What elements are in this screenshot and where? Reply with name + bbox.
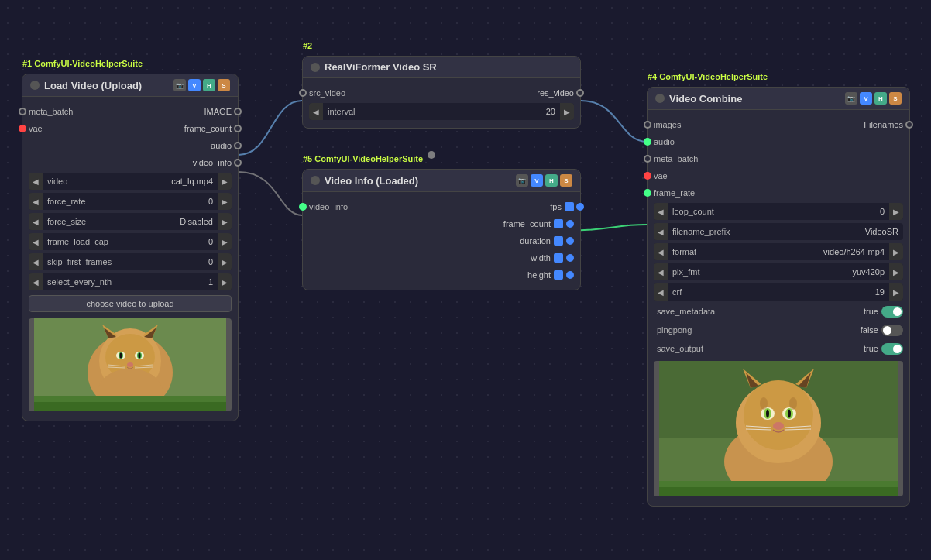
- node2-header: RealViFormer Video SR: [303, 57, 580, 78]
- node1-flc-label: frame_load_cap: [43, 237, 208, 246]
- node1-forcesize-left-btn[interactable]: ◀: [29, 213, 43, 230]
- node1-video-right-btn[interactable]: ▶: [218, 173, 232, 190]
- node4-pf-val: yuv420p: [852, 267, 889, 277]
- node2-body: src_video res_video ◀ interval 20 ▶: [303, 78, 580, 128]
- node1-forcerate-right-btn[interactable]: ▶: [218, 193, 232, 210]
- node1-videoinfo-port[interactable]: [234, 159, 242, 167]
- node4-pf-right-btn[interactable]: ▶: [889, 263, 903, 280]
- node1-framecount-port[interactable]: [234, 125, 242, 132]
- node1-sn-left-btn[interactable]: ◀: [29, 273, 43, 290]
- node1-sn-right-btn[interactable]: ▶: [218, 273, 232, 290]
- node2-resvideo-label: res_video: [537, 88, 574, 98]
- node4-filenameprefix-stepper[interactable]: ◀ filename_prefix VideoSR: [654, 223, 903, 240]
- node1-icon-camera[interactable]: 📷: [173, 79, 186, 91]
- node4-pingpong-toggle[interactable]: [881, 325, 903, 336]
- node1-forcesize-stepper-row: ◀ force_size Disabled ▶: [22, 211, 238, 232]
- node3-duration-port[interactable]: [566, 237, 574, 245]
- node1-audio-label: audio: [211, 141, 232, 150]
- node4-metabatch-row: meta_batch: [648, 150, 909, 167]
- node1-meta-batch-port[interactable]: [19, 108, 26, 115]
- node1-icon-v[interactable]: V: [188, 79, 201, 91]
- node4-savemetadata-toggle[interactable]: [881, 306, 903, 318]
- node1-flc-right-btn[interactable]: ▶: [218, 233, 232, 250]
- node4-loopcount-stepper[interactable]: ◀ loop_count 0 ▶: [654, 203, 903, 220]
- node4-crf-stepper[interactable]: ◀ crf 19 ▶: [654, 283, 903, 301]
- node4-metabatch-port[interactable]: [644, 155, 651, 163]
- node4-crf-left-btn[interactable]: ◀: [654, 283, 668, 301]
- node4-saveoutput-toggle-row: save_output true: [648, 339, 909, 358]
- node4-icon-camera[interactable]: 📷: [845, 92, 857, 105]
- node4-pf-left-btn[interactable]: ◀: [654, 263, 668, 280]
- node4-audio-port[interactable]: [644, 138, 651, 146]
- node1-image-label: IMAGE: [204, 107, 232, 116]
- node1-audio-row: audio: [22, 137, 238, 154]
- node3-height-port[interactable]: [566, 271, 574, 279]
- node4-pingpong-label: pingpong: [654, 325, 861, 335]
- node3-icon-h[interactable]: H: [545, 174, 558, 187]
- node1-icon-s[interactable]: S: [218, 79, 230, 91]
- node4-pixfmt-stepper[interactable]: ◀ pix_fmt yuv420p ▶: [654, 263, 903, 280]
- node4-framerate-row: frame_rate: [648, 184, 909, 201]
- node3-framecount-port[interactable]: [566, 220, 574, 228]
- node4-lc-right-btn[interactable]: ▶: [889, 203, 903, 220]
- node3-icon-v[interactable]: V: [531, 174, 543, 187]
- node1-icon-h[interactable]: H: [203, 79, 215, 91]
- node4-fmt-left-btn[interactable]: ◀: [654, 243, 668, 260]
- node4-icon-s[interactable]: S: [889, 92, 902, 105]
- node1-selectnth-stepper[interactable]: ◀ select_every_nth 1 ▶: [29, 273, 232, 290]
- node1-forcerate-left-btn[interactable]: ◀: [29, 193, 43, 210]
- node3-icon-camera[interactable]: 📷: [516, 174, 528, 187]
- node4-framerate-port[interactable]: [644, 189, 651, 197]
- node3-framecount-indicator: [554, 219, 563, 228]
- node4-icon-v[interactable]: V: [860, 92, 872, 105]
- node3-fps-label: fps: [550, 202, 562, 211]
- node2-interval-left-btn[interactable]: ◀: [309, 103, 323, 120]
- node2-interval-stepper[interactable]: ◀ interval 20 ▶: [309, 103, 574, 120]
- node4-loopcount-stepper-row: ◀ loop_count 0 ▶: [648, 201, 909, 222]
- node4-lc-left-btn[interactable]: ◀: [654, 203, 668, 220]
- node4-saveoutput-toggle[interactable]: [881, 343, 903, 355]
- node4-crf-right-btn[interactable]: ▶: [889, 283, 903, 301]
- node4-section-label: #4 ComfyUI-VideoHelperSuite: [648, 72, 768, 81]
- node2-srcvideo-label: src_video: [309, 88, 537, 98]
- node4-fp-left-btn[interactable]: ◀: [654, 223, 668, 240]
- node2-title: RealViFormer Video SR: [325, 61, 572, 73]
- node3-width-port[interactable]: [566, 254, 574, 262]
- node2-interval-right-btn[interactable]: ▶: [560, 103, 574, 120]
- node1-forcesize-right-btn[interactable]: ▶: [218, 213, 232, 230]
- node1-vae-port[interactable]: [19, 125, 26, 132]
- node2-srcvideo-port[interactable]: [299, 89, 307, 97]
- node3-videoinfo-label: video_info: [309, 202, 550, 211]
- node4-vae-port[interactable]: [644, 172, 651, 180]
- node3-icon-s[interactable]: S: [560, 174, 572, 187]
- node1-flc-left-btn[interactable]: ◀: [29, 233, 43, 250]
- node2-resvideo-port[interactable]: [576, 89, 584, 97]
- node4-format-stepper[interactable]: ◀ format video/h264-mp4 ▶: [654, 243, 903, 260]
- node1-sf-label: skip_first_frames: [43, 257, 208, 266]
- node1-frameloadcap-stepper[interactable]: ◀ frame_load_cap 0 ▶: [29, 233, 232, 250]
- node4-images-row: images Filenames: [648, 116, 909, 133]
- node3-fps-port[interactable]: [576, 203, 584, 211]
- node4-saveoutput-val: true: [864, 344, 878, 353]
- node1-videoinfo-row: video_info: [22, 154, 238, 171]
- node1-skipframes-stepper[interactable]: ◀ skip_first_frames 0 ▶: [29, 253, 232, 270]
- node4-images-port[interactable]: [644, 121, 651, 129]
- node4-fmt-right-btn[interactable]: ▶: [889, 243, 903, 260]
- node3-title: Video Info (Loaded): [325, 175, 511, 187]
- node4-fp-label: filename_prefix: [668, 227, 865, 236]
- node3-videoinfo-port[interactable]: [299, 203, 307, 211]
- node4-icon-h[interactable]: H: [874, 92, 887, 105]
- node4-icons: 📷 V H S: [845, 92, 902, 105]
- node1-forcerate-stepper[interactable]: ◀ force_rate 0 ▶: [29, 193, 232, 210]
- node1-sf-left-btn[interactable]: ◀: [29, 253, 43, 270]
- node1-choose-btn[interactable]: choose video to upload: [29, 295, 232, 312]
- node1-video-stepper[interactable]: ◀ video cat_lq.mp4 ▶: [29, 173, 232, 190]
- node1-audio-port[interactable]: [234, 142, 242, 149]
- node3-videoinfo-row: video_info fps: [303, 198, 580, 215]
- node3-body: video_info fps frame_count duration widt…: [303, 192, 580, 290]
- node4-filenames-port[interactable]: [905, 121, 913, 129]
- node1-sf-right-btn[interactable]: ▶: [218, 253, 232, 270]
- node1-video-left-btn[interactable]: ◀: [29, 173, 43, 190]
- node1-forcesize-stepper[interactable]: ◀ force_size Disabled ▶: [29, 213, 232, 230]
- node1-image-port[interactable]: [234, 108, 242, 115]
